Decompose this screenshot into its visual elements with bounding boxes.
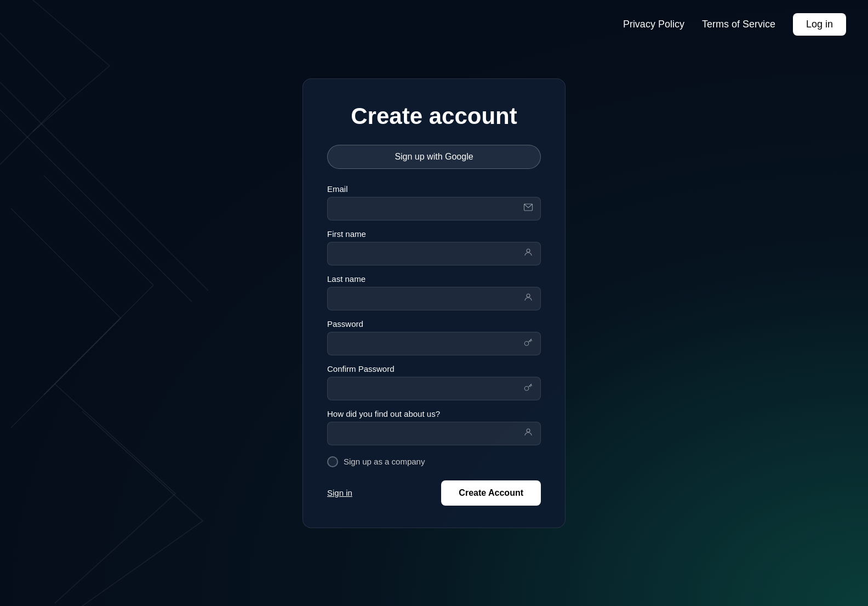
password-wrapper (327, 332, 541, 355)
privacy-policy-link[interactable]: Privacy Policy (623, 19, 684, 30)
google-signup-button[interactable]: Sign up with Google (327, 145, 541, 169)
form-fields: Email First name (327, 184, 541, 454)
confirm-password-wrapper (327, 377, 541, 400)
company-checkbox[interactable] (327, 456, 338, 467)
company-checkbox-row: Sign up as a company (327, 456, 541, 467)
company-checkbox-label[interactable]: Sign up as a company (344, 457, 425, 466)
email-input[interactable] (327, 197, 541, 220)
referral-field-group: How did you find out about us? (327, 409, 541, 445)
sign-in-link[interactable]: Sign in (327, 488, 352, 497)
form-title: Create account (351, 103, 517, 129)
terms-of-service-link[interactable]: Terms of Service (702, 19, 775, 30)
navbar: Privacy Policy Terms of Service Log in (0, 0, 868, 49)
main-content: Create account Sign up with Google Email (0, 0, 868, 606)
referral-wrapper (327, 422, 541, 445)
lastname-wrapper (327, 287, 541, 310)
lastname-label: Last name (327, 274, 541, 284)
email-field-group: Email (327, 184, 541, 220)
login-button[interactable]: Log in (793, 13, 846, 36)
lastname-input[interactable] (327, 287, 541, 310)
signup-card: Create account Sign up with Google Email (302, 78, 566, 528)
create-account-button[interactable]: Create Account (441, 480, 541, 506)
password-label: Password (327, 319, 541, 329)
lastname-field-group: Last name (327, 274, 541, 310)
actions-row: Sign in Create Account (327, 480, 541, 506)
firstname-field-group: First name (327, 229, 541, 265)
email-wrapper (327, 197, 541, 220)
confirm-password-field-group: Confirm Password (327, 364, 541, 400)
referral-label: How did you find out about us? (327, 409, 541, 418)
firstname-input[interactable] (327, 242, 541, 265)
confirm-password-input[interactable] (327, 377, 541, 400)
referral-input[interactable] (327, 422, 541, 445)
password-input[interactable] (327, 332, 541, 355)
email-label: Email (327, 184, 541, 194)
firstname-label: First name (327, 229, 541, 239)
firstname-wrapper (327, 242, 541, 265)
confirm-password-label: Confirm Password (327, 364, 541, 373)
password-field-group: Password (327, 319, 541, 355)
